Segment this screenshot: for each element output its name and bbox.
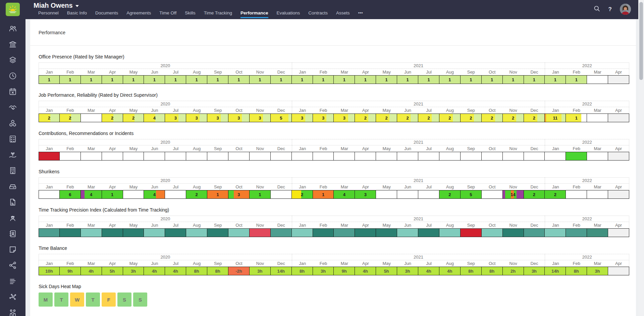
- sick-days-section: Sick Days Heat Map MTWTFSS: [39, 284, 629, 307]
- month-label: Dec: [524, 107, 545, 114]
- tab-more[interactable]: •••: [358, 10, 363, 18]
- help-icon[interactable]: ?: [608, 6, 612, 13]
- month-label: Jan: [292, 107, 313, 114]
- month-label: Jun: [144, 260, 165, 267]
- month-label: Oct: [228, 107, 250, 114]
- tab-documents[interactable]: Documents: [95, 10, 118, 18]
- calendar-x-icon[interactable]: [8, 87, 17, 96]
- month-cell: 1: [250, 190, 271, 199]
- month-cell: [144, 228, 165, 237]
- bank-icon[interactable]: [8, 40, 17, 49]
- month-cell: 3h: [123, 267, 144, 275]
- performance-section: Job Performance, Reliability (Rated by D…: [39, 92, 629, 122]
- month-cell: 1: [566, 75, 587, 84]
- month-cell: 6: [60, 190, 81, 199]
- align-left-icon[interactable]: [8, 277, 17, 285]
- month-label: Sep: [461, 107, 482, 114]
- people-icon[interactable]: [8, 24, 17, 33]
- month-cell: 1: [207, 75, 228, 84]
- handshake-icon[interactable]: [8, 103, 17, 112]
- month-cell: 1: [355, 75, 376, 84]
- document-signature-icon[interactable]: [8, 198, 17, 207]
- team-icon[interactable]: [8, 308, 17, 316]
- month-cell: [186, 152, 207, 161]
- month-label: Nov: [503, 145, 524, 152]
- tab-time-tracking[interactable]: Time Tracking: [204, 10, 232, 18]
- month-label: Aug: [439, 184, 461, 190]
- year-label: 2021: [292, 101, 545, 107]
- month-label: Jul: [418, 184, 439, 190]
- month-label: Nov: [250, 260, 271, 267]
- scrollbar[interactable]: [638, 0, 644, 316]
- month-label: Mar: [334, 69, 355, 75]
- performance-card: Performance Office Presence (Rated by Si…: [30, 19, 636, 316]
- search-icon[interactable]: [593, 5, 600, 13]
- year-label: 2022: [545, 62, 629, 69]
- month-label: Nov: [250, 107, 271, 114]
- employee-name-dropdown[interactable]: Miah Owens: [34, 2, 79, 9]
- layers-icon[interactable]: [8, 56, 17, 64]
- month-cell: 3: [207, 114, 228, 122]
- performance-section: Contributions, Recommendations or Incide…: [39, 131, 629, 161]
- month-cell: [313, 152, 334, 161]
- network-icon[interactable]: [8, 292, 17, 301]
- month-label: Jan: [39, 145, 60, 152]
- tab-assets[interactable]: Assets: [336, 10, 350, 18]
- sick-day-cell: W: [70, 292, 84, 307]
- month-label: Oct: [482, 260, 503, 267]
- year-label: 2020: [39, 101, 292, 107]
- scrollbar-thumb[interactable]: [639, 2, 643, 80]
- month-label: Apr: [102, 69, 123, 75]
- tab-performance[interactable]: Performance: [240, 10, 268, 18]
- cubes-icon[interactable]: [8, 119, 17, 128]
- month-label: Feb: [566, 69, 587, 75]
- tab-personnel[interactable]: Personnel: [38, 10, 59, 18]
- month-label: Aug: [186, 107, 207, 114]
- month-label: Feb: [60, 222, 81, 228]
- tab-time-off[interactable]: Time Off: [159, 10, 176, 18]
- tab-contracts[interactable]: Contracts: [308, 10, 328, 18]
- building-icon[interactable]: [8, 166, 17, 175]
- month-label: Jun: [397, 222, 418, 228]
- share-icon[interactable]: [8, 261, 17, 270]
- month-cell: 3: [292, 114, 313, 122]
- clock-icon[interactable]: [8, 72, 17, 80]
- vehicle-icon[interactable]: [8, 182, 17, 191]
- section-title: Office Presence (Rated by Site Manager): [39, 54, 629, 59]
- month-cell: [587, 152, 608, 161]
- month-label: Jul: [418, 107, 439, 114]
- checklist-icon[interactable]: [8, 135, 17, 143]
- month-label: Oct: [482, 222, 503, 228]
- heatmap-table: 202020212022JanFebMarAprMayJunJulAugSepO…: [39, 254, 629, 275]
- note-icon[interactable]: [8, 245, 17, 254]
- month-cell: 3h: [397, 267, 418, 275]
- month-cell: [587, 114, 608, 122]
- month-cell: 9h: [60, 267, 81, 275]
- contacts-icon[interactable]: [8, 229, 17, 238]
- avatar[interactable]: [620, 4, 631, 15]
- month-cell: 1: [566, 114, 587, 122]
- month-label: Apr: [608, 145, 629, 152]
- heatmap-table: 202020212022JanFebMarAprMayJunJulAugSepO…: [39, 177, 629, 199]
- person-badge-icon[interactable]: [8, 214, 17, 222]
- tab-evaluations[interactable]: Evaluations: [277, 10, 300, 18]
- growth-icon[interactable]: [8, 150, 17, 159]
- tab-agreements[interactable]: Agreements: [126, 10, 151, 18]
- month-cell: [81, 152, 102, 161]
- month-label: Oct: [228, 69, 250, 75]
- month-cell: [207, 152, 228, 161]
- month-cell: [250, 228, 271, 237]
- tab-basic-info[interactable]: Basic Info: [67, 10, 87, 18]
- month-label: May: [376, 260, 397, 267]
- month-cell: 1: [376, 75, 397, 84]
- month-cell: 1: [144, 75, 165, 84]
- month-cell: 14: [503, 190, 524, 199]
- month-cell: 2: [186, 190, 207, 199]
- month-cell: [165, 228, 186, 237]
- tab-skills[interactable]: Skills: [185, 10, 196, 18]
- month-label: Feb: [566, 107, 587, 114]
- sick-day-cell: M: [39, 292, 53, 307]
- month-label: Feb: [60, 145, 81, 152]
- month-cell: 1: [123, 75, 144, 84]
- app-logo[interactable]: [6, 3, 20, 16]
